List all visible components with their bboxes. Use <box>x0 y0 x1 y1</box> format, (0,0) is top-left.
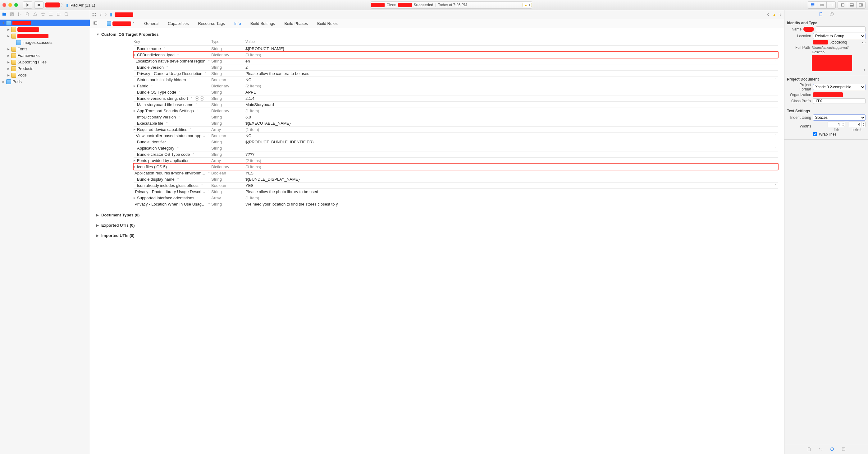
plist-row[interactable]: Bundle versions string, short⌃+−String2.… <box>133 95 778 102</box>
project-navigator-icon[interactable] <box>2 12 6 18</box>
assistant-editor-button[interactable] <box>817 1 826 9</box>
tree-item[interactable]: Images.xcassets <box>0 39 90 46</box>
minimize-window-button[interactable] <box>8 3 12 7</box>
plist-row[interactable]: ▶Fabric⌃Dictionary(2 items) <box>133 83 778 89</box>
plist-row[interactable]: Bundle name⌃String${PRODUCT_NAME} <box>133 46 778 52</box>
plist-row[interactable]: Privacy - Location When In Use Usag…⌃Str… <box>133 201 778 207</box>
toggle-navigator-button[interactable] <box>838 1 847 9</box>
tab-build-rules[interactable]: Build Rules <box>317 21 338 26</box>
scheme-selector[interactable]: 〉 ▮ iPad Air (11.1) <box>45 2 95 8</box>
scheme-target-label: iPad Air (11.1) <box>70 3 95 7</box>
quick-help-icon[interactable]: ? <box>830 12 834 18</box>
issue-navigator-icon[interactable] <box>33 12 38 18</box>
test-navigator-icon[interactable] <box>41 12 45 18</box>
close-window-button[interactable] <box>2 3 6 7</box>
find-navigator-icon[interactable] <box>25 12 30 18</box>
location-select[interactable]: Relative to Group <box>813 33 866 39</box>
source-control-navigator-icon[interactable] <box>10 12 14 18</box>
tree-item[interactable]: ▶Fonts <box>0 46 90 52</box>
exported-utis-section-header[interactable]: ▶Exported UTIs (0) <box>96 223 778 228</box>
tree-item[interactable]: ▶Pods <box>0 78 90 85</box>
tab-build-settings[interactable]: Build Settings <box>250 21 275 26</box>
tab-info[interactable]: Info <box>234 21 241 26</box>
plist-row[interactable]: ▶Supported interface orientations⌃Array(… <box>133 195 778 201</box>
standard-editor-button[interactable] <box>808 1 817 9</box>
tree-item[interactable]: ▶Pods <box>0 72 90 78</box>
next-issue-icon[interactable] <box>778 13 782 17</box>
toggle-inspector-button[interactable] <box>856 1 866 9</box>
name-field[interactable] <box>816 26 866 32</box>
tree-item[interactable]: ▼ <box>0 20 90 26</box>
toggle-debug-button[interactable] <box>847 1 856 9</box>
media-library-icon[interactable] <box>841 447 846 452</box>
object-library-icon[interactable] <box>830 447 834 452</box>
plist-row[interactable]: Icon already includes gloss effects⌃Bool… <box>133 182 778 189</box>
tree-item[interactable]: ▶ <box>0 26 90 33</box>
code-snippet-library-icon[interactable] <box>818 447 823 452</box>
class-prefix-field[interactable] <box>813 98 866 104</box>
file-template-library-icon[interactable] <box>807 447 811 452</box>
svg-point-13 <box>26 12 29 15</box>
symbol-navigator-icon[interactable] <box>18 12 22 18</box>
wrap-lines-checkbox[interactable] <box>813 132 817 136</box>
indent-width-stepper[interactable]: ▲▼ <box>848 121 866 127</box>
plist-row[interactable]: Main storyboard file base name⌃StringMai… <box>133 102 778 108</box>
plist-row[interactable]: Bundle creator OS Type code⌃String???? <box>133 151 778 157</box>
project-tree[interactable]: ▼▶▶Images.xcassets▶Fonts▶Frameworks▶Supp… <box>0 19 90 454</box>
plist-row[interactable]: Status bar is initially hidden⌃BooleanNO… <box>133 77 778 83</box>
plist-row[interactable]: Bundle OS Type code⌃StringAPPL <box>133 89 778 95</box>
svg-point-23 <box>830 448 833 450</box>
target-selector[interactable]: ⌃ <box>107 22 135 26</box>
plist-row[interactable]: Application Category⌃String⌃ <box>133 145 778 151</box>
project-format-select[interactable]: Xcode 3.2-compatible <box>813 84 866 90</box>
tree-item[interactable]: ▶Products <box>0 65 90 72</box>
tab-resource-tags[interactable]: Resource Tags <box>198 21 225 26</box>
debug-navigator-icon[interactable] <box>49 12 53 18</box>
tree-item[interactable]: ▶Supporting Files <box>0 59 90 65</box>
file-inspector-icon[interactable] <box>818 12 823 18</box>
indent-using-select[interactable]: Spaces <box>813 114 866 121</box>
plist-row[interactable]: ▶Required device capabilities⌃Array(1 it… <box>133 126 778 133</box>
plist-row[interactable]: ▶App Transport Security Settings⌃Diction… <box>133 108 778 114</box>
tab-capabilities[interactable]: Capabilities <box>168 21 189 26</box>
tab-general[interactable]: General <box>144 21 158 26</box>
zoom-window-button[interactable] <box>14 3 18 7</box>
stop-button[interactable] <box>34 1 43 9</box>
jump-bar[interactable]: ▮ ▲ <box>90 10 784 19</box>
reveal-in-finder-icon[interactable]: ➜ <box>862 68 866 72</box>
forward-icon[interactable] <box>104 13 107 17</box>
prev-issue-icon[interactable] <box>767 13 770 17</box>
warnings-badge[interactable]: ▲1 <box>523 3 532 7</box>
plist-row[interactable]: ▶CFBundleIcons~ipad⌃Dictionary(0 items) <box>133 52 778 58</box>
document-types-section-header[interactable]: ▶Document Types (0) <box>96 213 778 217</box>
tree-item[interactable]: ▶Frameworks <box>0 52 90 59</box>
plist-row[interactable]: ▶Fonts provided by application⌃Array(2 i… <box>133 157 778 164</box>
imported-utis-section-header[interactable]: ▶Imported UTIs (0) <box>96 233 778 238</box>
activity-status: Clean Succeeded | Today at 7:26 PM ▲1 <box>371 1 532 9</box>
related-items-icon[interactable] <box>92 12 96 17</box>
issue-indicator-icon[interactable]: ▲ <box>773 13 776 17</box>
toggle-targets-list-icon[interactable] <box>93 21 98 26</box>
version-editor-button[interactable] <box>826 1 836 9</box>
run-button[interactable] <box>23 1 32 9</box>
plist-row[interactable]: Privacy - Photo Library Usage Descri…⌃St… <box>133 189 778 195</box>
tab-width-stepper[interactable]: ▲▼ <box>828 121 845 127</box>
plist-row[interactable]: Bundle display name⌃String${BUNDLE_DISPL… <box>133 176 778 182</box>
tree-item[interactable]: ▶ <box>0 33 90 39</box>
breakpoint-navigator-icon[interactable] <box>56 12 61 18</box>
custom-properties-section-header[interactable]: ▼Custom iOS Target Properties <box>96 32 778 37</box>
plist-row[interactable]: Executable file⌃String${EXECUTABLE_NAME} <box>133 120 778 126</box>
plist-row[interactable]: ▶Icon files (iOS 5)⌃Dictionary(0 items) <box>133 164 778 170</box>
plist-row[interactable]: Localization native development region⌃S… <box>133 58 778 64</box>
target-editor-tabs: ⌃ General Capabilities Resource Tags Inf… <box>90 19 784 28</box>
plist-row[interactable]: View controller-based status bar app…⌃Bo… <box>133 133 778 139</box>
plist-row[interactable]: Application requires iPhone environm…⌃Bo… <box>133 170 778 176</box>
back-icon[interactable] <box>99 13 102 17</box>
report-navigator-icon[interactable] <box>64 12 69 18</box>
plist-row[interactable]: Privacy - Camera Usage Description⌃Strin… <box>133 70 778 77</box>
plist-row[interactable]: InfoDictionary version⌃String6.0 <box>133 114 778 120</box>
plist-row[interactable]: Bundle version⌃String2 <box>133 64 778 70</box>
choose-path-icon[interactable]: ▭ <box>862 40 866 45</box>
plist-row[interactable]: Bundle identifier⌃String$(PRODUCT_BUNDLE… <box>133 139 778 145</box>
tab-build-phases[interactable]: Build Phases <box>284 21 308 26</box>
